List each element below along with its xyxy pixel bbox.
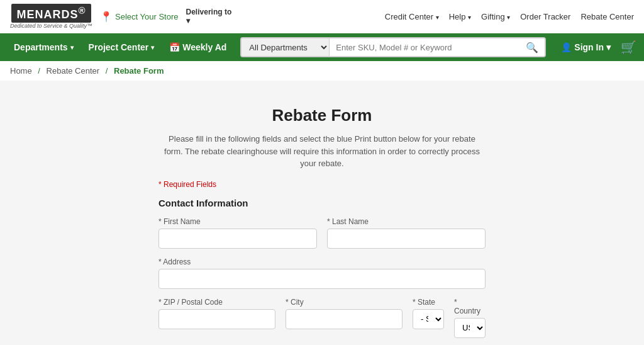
address-label: * Address [158,257,486,266]
nav-right: 👤 Sign In ▾ 🛒 [556,40,636,55]
city-label: * City [286,298,402,307]
calendar-icon: 📅 [169,42,180,52]
main-content: Rebate Form Please fill in the following… [0,81,644,345]
gifting-link[interactable]: Gifting ▾ [481,12,510,21]
last-name-input[interactable] [327,229,486,249]
credit-center-arrow: ▾ [436,14,439,21]
form-container: Rebate Form Please fill in the following… [133,93,511,345]
store-selector[interactable]: 📍 Select Your Store [100,11,178,23]
required-note: * Required Fields [158,180,486,189]
help-arrow: ▾ [468,14,471,21]
first-name-group: * First Name [158,217,317,249]
last-name-group: * Last Name [327,217,486,249]
country-select[interactable]: USA [454,318,486,338]
breadcrumb-current: Rebate Form [114,66,164,76]
rebate-center-link[interactable]: Rebate Center [580,12,634,21]
project-center-nav[interactable]: Project Center ▾ [82,33,161,61]
zip-input[interactable] [158,309,275,329]
cart-icon[interactable]: 🛒 [621,40,636,55]
signin-button[interactable]: 👤 Sign In ▾ [556,42,616,52]
project-center-label: Project Center [89,42,149,52]
user-icon: 👤 [561,42,572,52]
weekly-ad-label: Weekly Ad [182,42,226,52]
location-row: * ZIP / Postal Code * City * State - Sel… [158,298,486,338]
top-bar: MENARDS® Dedicated to Service & Quality™… [0,0,644,33]
weekly-ad-nav[interactable]: 📅 Weekly Ad [163,33,233,61]
name-row: * First Name * Last Name [158,217,486,249]
departments-arrow: ▾ [70,44,74,51]
address-input[interactable] [158,269,486,289]
zip-group: * ZIP / Postal Code [158,298,275,338]
signin-arrow: ▾ [606,42,611,52]
contact-info-title: Contact Information [158,198,486,208]
project-center-arrow: ▾ [151,44,154,51]
delivering-chevron: ▾ [186,16,232,25]
delivering-info: Delivering to ▾ [186,8,232,25]
location-icon: 📍 [100,11,113,23]
form-title: Rebate Form [158,106,486,125]
last-name-label: * Last Name [327,217,486,226]
breadcrumb: Home / Rebate Center / Rebate Form [0,61,644,81]
logo: MENARDS® Dedicated to Service & Quality™ [10,4,92,29]
search-button[interactable]: 🔍 [519,38,545,56]
top-bar-right: Credit Center ▾ Help ▾ Gifting ▾ Order T… [385,12,634,21]
first-name-input[interactable] [158,229,317,249]
breadcrumb-separator-1: / [38,66,40,76]
zip-label: * ZIP / Postal Code [158,298,275,307]
departments-nav[interactable]: Departments ▾ [8,33,80,61]
order-tracker-link[interactable]: Order Tracker [520,12,570,21]
search-bar: All Departments 🔍 [240,37,546,57]
logo-text: MENARDS® [11,4,91,23]
help-link[interactable]: Help ▾ [449,12,471,21]
first-name-label: * First Name [158,217,317,226]
country-label: * Country [454,298,486,315]
delivering-label: Delivering to [186,8,232,16]
state-group: * State - Select a state - [413,298,444,338]
search-input[interactable] [330,38,519,56]
breadcrumb-rebate-center[interactable]: Rebate Center [47,66,100,76]
state-select[interactable]: - Select a state - [413,309,444,329]
search-department-select[interactable]: All Departments [242,38,330,56]
address-group: * Address [158,257,486,289]
nav-bar: Departments ▾ Project Center ▾ 📅 Weekly … [0,33,644,61]
top-bar-left: MENARDS® Dedicated to Service & Quality™… [10,4,231,29]
credit-center-link[interactable]: Credit Center ▾ [385,12,439,21]
state-label: * State [413,298,444,307]
breadcrumb-home[interactable]: Home [10,66,32,76]
form-description: Please fill in the following fields and … [158,133,486,170]
logo-reg: ® [79,5,86,16]
logo-tagline: Dedicated to Service & Quality™ [10,23,92,29]
breadcrumb-separator-2: / [106,66,108,76]
city-input[interactable] [286,309,402,329]
country-group: * Country USA [454,298,486,338]
store-selector-label: Select Your Store [115,12,178,21]
address-row: * Address [158,257,486,289]
signin-label: Sign In [574,42,604,52]
departments-label: Departments [14,42,68,52]
gifting-arrow: ▾ [507,14,510,21]
city-group: * City [286,298,402,338]
